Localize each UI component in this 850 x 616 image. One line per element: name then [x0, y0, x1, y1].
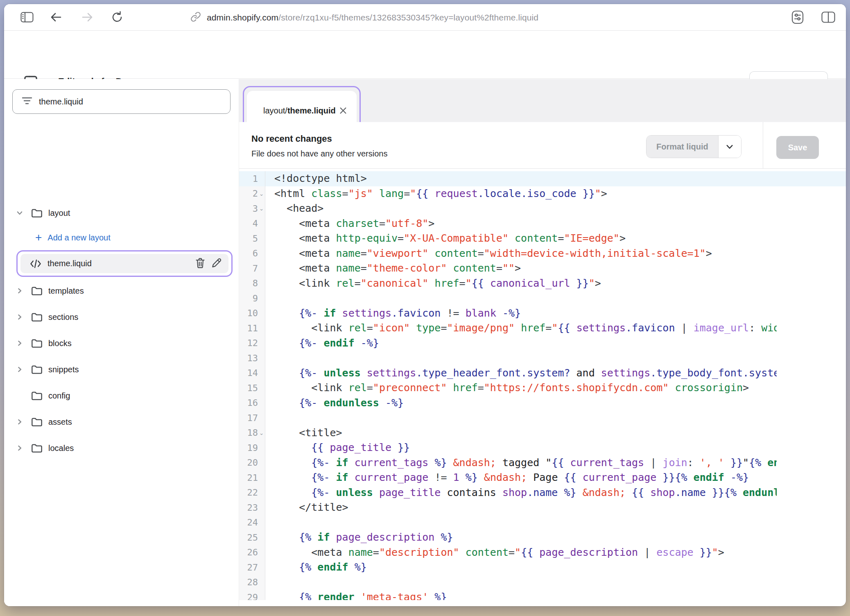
sidebar-folder-assets[interactable]: assets: [4, 409, 239, 435]
line-number: 17: [239, 413, 258, 423]
url-domain: admin.shopify.com: [207, 13, 278, 22]
sidebar-toggle-icon[interactable]: [20, 12, 34, 23]
chevron-right-icon[interactable]: [16, 445, 24, 451]
code-line: 5 <meta http-equiv="X-UA-Compatible" con…: [239, 231, 846, 246]
line-number: 25: [239, 532, 258, 543]
folder-label: sections: [48, 313, 78, 322]
code-line: 10 {%- if settings.favicon != blank -%}: [239, 306, 846, 321]
file-search-input[interactable]: theme.liquid: [12, 89, 231, 114]
line-number: 8: [239, 278, 258, 288]
sidebar-folder-config[interactable]: config: [4, 383, 239, 409]
chevron-down-icon[interactable]: [16, 210, 24, 216]
folder-label: templates: [48, 286, 84, 296]
status-title: No recent changes: [251, 134, 332, 144]
back-icon[interactable]: [50, 11, 62, 23]
fold-toggle-icon[interactable]: ⌄: [258, 426, 265, 441]
page-settings-icon[interactable]: [789, 10, 806, 24]
code-line: 19 {{ page_title }}: [239, 440, 846, 455]
code-rows: 1<!doctype html>2⌄<html class="js" lang=…: [239, 171, 846, 600]
sidebar-folder-blocks[interactable]: blocks: [4, 330, 239, 356]
code-line: 28: [239, 575, 846, 590]
rename-file-icon[interactable]: [211, 258, 222, 270]
code-line: 7 <meta name="theme-color" content="">: [239, 261, 846, 276]
line-number: 28: [239, 577, 258, 587]
folder-icon: [31, 286, 43, 296]
code-line: 20 {%- if current_tags %} &ndash; tagged…: [239, 455, 846, 471]
fold-toggle-icon[interactable]: ⌄: [258, 186, 265, 202]
folder-icon: [31, 208, 43, 218]
code-file-icon: [29, 259, 42, 268]
reload-icon[interactable]: [111, 11, 124, 24]
line-number: 11: [239, 323, 258, 333]
sidebar-folder-sections[interactable]: sections: [4, 304, 239, 330]
line-number: 15: [239, 383, 258, 393]
folder-icon: [31, 312, 43, 322]
line-number: 5: [239, 233, 258, 244]
line-number: 2: [239, 188, 258, 199]
format-liquid-split-button: Format liquid: [646, 135, 741, 158]
chevron-right-icon[interactable]: [16, 366, 24, 373]
code-line: 1<!doctype html>: [239, 171, 846, 186]
folder-label: config: [48, 391, 70, 401]
folder-label: blocks: [48, 339, 72, 348]
split-view-icon[interactable]: [821, 11, 835, 23]
close-tab-icon[interactable]: [339, 107, 347, 114]
sidebar-folder-snippets[interactable]: snippets: [4, 356, 239, 383]
delete-file-icon[interactable]: [195, 257, 206, 270]
link-icon: [190, 11, 201, 24]
sidebar-folder-layout[interactable]: layout: [4, 200, 239, 226]
editor-status-band: No recent changes File does not have any…: [239, 122, 846, 169]
code-line: 22 {%- unless page_title contains shop.n…: [239, 485, 846, 500]
toolbar-divider: [763, 122, 763, 169]
line-number: 22: [239, 487, 258, 498]
code-editor[interactable]: 1<!doctype html>2⌄<html class="js" lang=…: [239, 169, 846, 600]
url-path: /store/rzq1xu-f5/themes/132683530345?key…: [278, 13, 538, 22]
save-button[interactable]: Save: [776, 136, 819, 159]
fold-toggle-icon[interactable]: ⌄: [258, 201, 265, 216]
add-new-layout-link[interactable]: + Add a new layout: [4, 224, 239, 251]
code-line: 25 {% if page_description %}: [239, 530, 846, 545]
sidebar-file-theme-liquid[interactable]: theme.liquid: [20, 254, 228, 273]
tab-label: layout/theme.liquid: [263, 106, 336, 116]
app-header: Edit code for Dawn Preview store: [4, 31, 846, 79]
line-number: 6: [239, 248, 258, 258]
chevron-right-icon[interactable]: [16, 314, 24, 320]
code-line: 9: [239, 291, 846, 306]
line-number: 4: [239, 218, 258, 229]
chevron-right-icon[interactable]: [16, 288, 24, 294]
code-line: 12 {%- endif -%}: [239, 336, 846, 351]
forward-icon: [81, 11, 93, 23]
chevron-right-icon[interactable]: [16, 340, 24, 346]
folder-label: snippets: [48, 365, 79, 374]
format-liquid-button[interactable]: Format liquid: [647, 136, 718, 158]
chevron-right-icon[interactable]: [16, 419, 24, 425]
line-number: 18: [239, 428, 258, 438]
filter-icon: [22, 97, 32, 106]
code-line: 6 <meta name="viewport" content="width=d…: [239, 246, 846, 261]
folder-icon: [31, 391, 43, 401]
sidebar-folder-locales[interactable]: locales: [4, 435, 239, 461]
line-number: 9: [239, 293, 258, 303]
browser-toolbar: admin.shopify.com/store/rzq1xu-f5/themes…: [4, 4, 846, 31]
code-line: 14 {%- unless settings.type_header_font.…: [239, 366, 846, 381]
folder-label: layout: [48, 208, 70, 218]
code-line: 13: [239, 351, 846, 366]
browser-window: admin.shopify.com/store/rzq1xu-f5/themes…: [4, 4, 846, 606]
line-number: 14: [239, 368, 258, 378]
line-number: 16: [239, 398, 258, 408]
folder-icon: [31, 338, 43, 348]
sidebar-folder-list: templatessectionsblockssnippetsconfigass…: [4, 278, 239, 461]
code-line: 27 {% endif %}: [239, 560, 846, 575]
url-field[interactable]: admin.shopify.com/store/rzq1xu-f5/themes…: [207, 13, 538, 23]
add-layout-label: Add a new layout: [47, 233, 110, 242]
code-line: 26 <meta name="description" content="{{ …: [239, 545, 846, 560]
sidebar-folder-templates[interactable]: templates: [4, 278, 239, 304]
line-number: 29: [239, 592, 258, 600]
line-number: 12: [239, 338, 258, 348]
code-line: 11 <link rel="icon" type="image/png" hre…: [239, 321, 846, 336]
line-number: 1: [239, 174, 258, 184]
folder-label: assets: [48, 417, 72, 427]
line-number: 27: [239, 562, 258, 573]
line-number: 24: [239, 517, 258, 528]
format-options-button[interactable]: [718, 136, 741, 158]
